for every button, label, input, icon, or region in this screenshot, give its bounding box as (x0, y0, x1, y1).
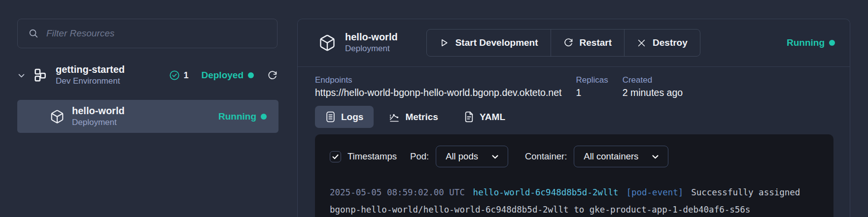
filter-resources-searchbox[interactable] (17, 19, 278, 48)
check-circle-icon (169, 70, 180, 81)
deployment-info-row: Endpoints https://hello-world-bgonp-hell… (298, 67, 850, 98)
log-controls: Timestamps Pod: All pods Container: All … (330, 146, 820, 167)
pod-select[interactable]: All pods (436, 146, 508, 167)
endpoints-label: Endpoints (315, 75, 561, 85)
restart-label: Restart (580, 37, 612, 48)
group-status-badge: Deployed (201, 70, 254, 81)
action-button-group: Start Development Restart Destroy (426, 29, 700, 57)
resource-status-text: Running (218, 111, 256, 122)
deployment-status-badge: Running (787, 37, 835, 48)
restart-button[interactable]: Restart (551, 30, 624, 56)
destroy-button[interactable]: Destroy (624, 30, 700, 56)
tab-metrics[interactable]: Metrics (379, 106, 449, 128)
refresh-icon[interactable] (267, 70, 278, 81)
resource-status-badge: Running (218, 111, 267, 122)
yaml-file-icon (464, 111, 474, 123)
restart-icon (563, 38, 573, 48)
search-input[interactable] (46, 28, 267, 39)
log-event-tag: [pod-event] (626, 187, 683, 197)
chevron-down-icon (651, 153, 660, 161)
logs-icon (325, 111, 336, 123)
start-development-button[interactable]: Start Development (427, 30, 551, 56)
search-icon (28, 28, 39, 39)
destroy-label: Destroy (653, 37, 688, 48)
tab-logs-label: Logs (341, 112, 363, 123)
replicas-value: 1 (576, 87, 608, 98)
dev-environment-row[interactable]: getting-started Dev Environment 1 Deploy… (17, 61, 278, 90)
sidebar-item-hello-world[interactable]: hello-world Deployment Running (17, 100, 278, 133)
dev-environment-icon (32, 67, 48, 83)
resource-count: 1 (183, 70, 188, 81)
created-column: Created 2 minutes ago (623, 75, 683, 98)
play-icon (439, 38, 449, 48)
page-title: hello-world (345, 31, 398, 43)
container-label: Container: (525, 151, 567, 162)
chevron-down-icon (491, 153, 499, 161)
status-dot (248, 72, 254, 78)
group-status-text: Deployed (201, 70, 243, 81)
log-pod-name: hello-world-6c948d8b5d-2wllt (473, 187, 619, 197)
group-name-block: getting-started Dev Environment (56, 63, 125, 87)
timestamps-label: Timestamps (347, 151, 397, 162)
detail-header: hello-world Deployment Start Development (298, 19, 850, 67)
close-icon (637, 38, 646, 48)
log-output[interactable]: 2025-05-05 08:59:02.00 UTC hello-world-6… (330, 184, 820, 217)
pod-select-value: All pods (446, 151, 478, 162)
endpoint-url[interactable]: https://hello-world-bgonp-hello-world.bg… (315, 87, 561, 98)
logs-panel: Timestamps Pod: All pods Container: All … (315, 134, 833, 217)
deployment-detail-card: hello-world Deployment Start Development (297, 19, 850, 217)
metrics-icon (389, 112, 400, 123)
page-subtitle: Deployment (345, 43, 398, 54)
resource-type: Deployment (72, 117, 125, 128)
status-dot (829, 40, 835, 46)
start-development-label: Start Development (455, 37, 538, 48)
endpoints-column: Endpoints https://hello-world-bgonp-hell… (315, 75, 561, 98)
status-dot (261, 114, 267, 120)
container-select[interactable]: All containers (574, 146, 668, 167)
replicas-column: Replicas 1 (576, 75, 608, 98)
created-label: Created (623, 75, 683, 85)
deployment-cube-icon (50, 109, 65, 124)
tab-metrics-label: Metrics (405, 112, 438, 123)
deployment-status-text: Running (787, 37, 825, 48)
chevron-down-icon[interactable] (17, 71, 32, 80)
container-select-value: All containers (584, 151, 638, 162)
pod-label: Pod: (410, 151, 429, 162)
resource-name: hello-world (72, 105, 125, 117)
deployment-cube-icon (318, 34, 336, 52)
detail-tabs: Logs Metrics YAM (298, 98, 850, 128)
timestamps-checkbox[interactable] (330, 151, 341, 162)
group-name: getting-started (56, 63, 125, 76)
detail-title-block: hello-world Deployment (345, 31, 398, 54)
log-timestamp: 2025-05-05 08:59:02.00 UTC (330, 187, 465, 197)
tab-yaml-label: YAML (480, 112, 505, 123)
group-type: Dev Environment (56, 76, 125, 87)
tab-logs[interactable]: Logs (315, 106, 374, 128)
tab-yaml[interactable]: YAML (453, 106, 516, 128)
resource-name-block: hello-world Deployment (72, 105, 125, 128)
resource-count-badge: 1 (169, 70, 188, 81)
replicas-label: Replicas (576, 75, 608, 85)
created-value: 2 minutes ago (623, 87, 683, 98)
